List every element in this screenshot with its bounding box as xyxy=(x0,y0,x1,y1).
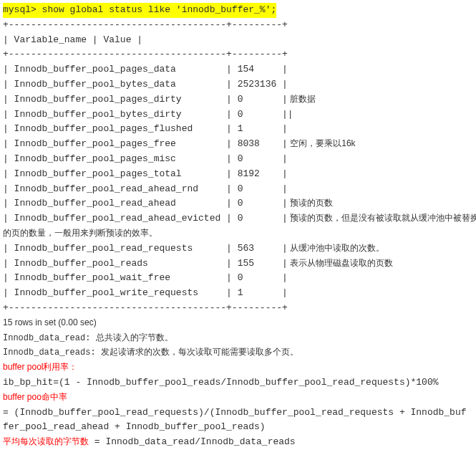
row-comment: 从缓冲池中读取的次数。 xyxy=(288,243,384,253)
row-comment: 脏数据 xyxy=(288,94,316,104)
table-row: | Innodb_buffer_pool_pages_dirty | 0 | xyxy=(3,94,288,105)
table-row: | Innodb_buffer_pool_read_ahead_evicted … xyxy=(3,213,288,224)
table-row-continuation: 的页的数量，一般用来判断预读的效率。 xyxy=(3,228,157,238)
table-row: | Innodb_buffer_pool_pages_flushed | 1 | xyxy=(3,123,288,134)
note-hit-formula: = (Innodb_buffer_pool_read_requests)/(In… xyxy=(3,406,472,436)
table-header: | Variable_name | Value | xyxy=(3,34,142,45)
note-util-label: buffer pool利用率： xyxy=(3,362,78,372)
row-comment: 空闲，要乘以16k xyxy=(288,138,356,148)
query-line: mysql> show global status like 'innodb_b… xyxy=(3,3,276,18)
table-border: +---------------------------------------… xyxy=(3,19,288,30)
note-data-reads: Innodb_data_reads: 发起读请求的次数，每次读取可能需要读取多个… xyxy=(3,348,298,358)
table-row: | Innodb_buffer_pool_reads | 155 | xyxy=(3,258,288,269)
table-row: | Innodb_buffer_pool_pages_data | 154 | xyxy=(3,64,288,75)
row-comment: 表示从物理磁盘读取的页数 xyxy=(288,258,393,268)
table-row: | Innodb_buffer_pool_wait_free | 0 | xyxy=(3,272,288,283)
note-hit-label: buffer poo命中率 xyxy=(3,392,67,402)
table-row: | Innodb_buffer_pool_pages_misc | 0 | xyxy=(3,153,288,164)
row-comment: 预读的页数，但是没有被读取就从缓冲池中被替换 xyxy=(288,213,476,223)
table-row: | Innodb_buffer_pool_bytes_dirty | 0 || xyxy=(3,109,293,120)
note-avg-label: 平均每次读取的字节数 xyxy=(3,436,89,446)
table-row: | Innodb_buffer_pool_write_requests | 1 … xyxy=(3,287,288,298)
table-row: | Innodb_buffer_pool_pages_free | 8038 | xyxy=(3,138,288,149)
note-data-read: Innodb_data_read: 总共读入的字节数。 xyxy=(3,333,173,343)
table-row: | Innodb_buffer_pool_pages_total | 8192 … xyxy=(3,168,288,179)
note-avg-formula: = Innodb_data_read/Innodb_data_reads xyxy=(89,436,296,447)
table-border: +---------------------------------------… xyxy=(3,49,288,59)
note-util-formula: ib_bp_hit=(1 - Innodb_buffer_pool_reads/… xyxy=(3,377,439,388)
table-border: +---------------------------------------… xyxy=(3,302,288,313)
table-row: | Innodb_buffer_pool_read_ahead_rnd | 0 … xyxy=(3,183,288,194)
table-row: | Innodb_buffer_pool_read_ahead | 0 | xyxy=(3,198,288,209)
table-row: | Innodb_buffer_pool_read_requests | 563… xyxy=(3,243,288,254)
row-comment: 预读的页数 xyxy=(288,198,333,208)
result-count: 15 rows in set (0.00 sec) xyxy=(3,317,97,327)
table-row: | Innodb_buffer_pool_bytes_data | 252313… xyxy=(3,79,288,90)
